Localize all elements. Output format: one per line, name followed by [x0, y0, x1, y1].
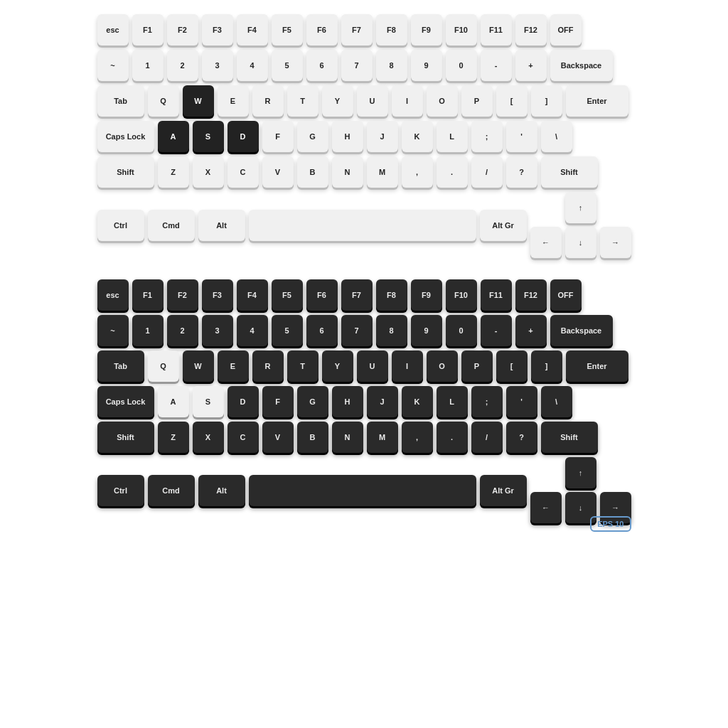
key-4[interactable]: 4	[237, 50, 268, 81]
bkey-o[interactable]: O	[427, 350, 458, 382]
key-6[interactable]: 6	[306, 50, 338, 81]
key-1[interactable]: 1	[132, 50, 164, 81]
bkey-lbracket[interactable]: [	[496, 350, 528, 382]
key-capslock[interactable]: Caps Lock	[97, 121, 154, 152]
bkey-a[interactable]: A	[158, 386, 189, 417]
key-alt[interactable]: Alt	[198, 210, 245, 241]
key-g[interactable]: G	[297, 121, 328, 152]
bkey-rbracket[interactable]: ]	[531, 350, 562, 382]
key-f9[interactable]: F9	[411, 14, 442, 46]
bkey-esc[interactable]: esc	[97, 279, 129, 311]
key-off[interactable]: OFF	[550, 14, 582, 46]
bkey-off[interactable]: OFF	[550, 279, 582, 311]
bkey-x[interactable]: X	[193, 422, 224, 453]
bkey-arrow-up[interactable]: ↑	[565, 457, 596, 488]
key-ctrl[interactable]: Ctrl	[97, 210, 144, 241]
key-backspace[interactable]: Backspace	[550, 50, 613, 81]
bkey-slash[interactable]: /	[471, 422, 503, 453]
key-l[interactable]: L	[437, 121, 468, 152]
bkey-q[interactable]: Q	[148, 350, 179, 382]
bkey-space[interactable]	[249, 475, 476, 506]
bkey-b[interactable]: B	[297, 422, 328, 453]
bkey-minus[interactable]: -	[481, 315, 512, 346]
bkey-t[interactable]: T	[287, 350, 318, 382]
key-t[interactable]: T	[287, 85, 318, 117]
bkey-n[interactable]: N	[332, 422, 363, 453]
bkey-capslock[interactable]: Caps Lock	[97, 386, 154, 417]
key-3[interactable]: 3	[202, 50, 233, 81]
key-a[interactable]: A	[158, 121, 189, 152]
bkey-z[interactable]: Z	[158, 422, 189, 453]
key-esc[interactable]: esc	[97, 14, 129, 46]
bkey-u[interactable]: U	[357, 350, 388, 382]
key-f10[interactable]: F10	[446, 14, 477, 46]
bkey-8[interactable]: 8	[376, 315, 407, 346]
key-m[interactable]: M	[367, 156, 398, 188]
key-h[interactable]: H	[332, 121, 363, 152]
bkey-0[interactable]: 0	[446, 315, 477, 346]
key-minus[interactable]: -	[481, 50, 512, 81]
bkey-r[interactable]: R	[252, 350, 284, 382]
key-f12[interactable]: F12	[515, 14, 547, 46]
key-n[interactable]: N	[332, 156, 363, 188]
key-cmd[interactable]: Cmd	[148, 210, 195, 241]
bkey-m[interactable]: M	[367, 422, 398, 453]
bkey-9[interactable]: 9	[411, 315, 442, 346]
key-comma[interactable]: ,	[402, 156, 433, 188]
key-f7[interactable]: F7	[341, 14, 373, 46]
bkey-2[interactable]: 2	[167, 315, 198, 346]
key-f2[interactable]: F2	[167, 14, 198, 46]
key-f[interactable]: F	[262, 121, 294, 152]
bkey-enter[interactable]: Enter	[566, 350, 628, 382]
key-y[interactable]: Y	[322, 85, 353, 117]
key-arrow-left[interactable]: ←	[530, 227, 562, 258]
key-question[interactable]: ?	[506, 156, 537, 188]
bkey-7[interactable]: 7	[341, 315, 373, 346]
bkey-backslash[interactable]: \	[541, 386, 572, 417]
bkey-f2[interactable]: F2	[167, 279, 198, 311]
bkey-1[interactable]: 1	[132, 315, 164, 346]
key-slash[interactable]: /	[471, 156, 503, 188]
bkey-f7[interactable]: F7	[341, 279, 373, 311]
bkey-shift-left[interactable]: Shift	[97, 422, 154, 453]
bkey-v[interactable]: V	[262, 422, 294, 453]
bkey-f3[interactable]: F3	[202, 279, 233, 311]
bkey-semicolon[interactable]: ;	[471, 386, 503, 417]
key-j[interactable]: J	[367, 121, 398, 152]
key-quote[interactable]: '	[506, 121, 537, 152]
key-c[interactable]: C	[228, 156, 259, 188]
bkey-h[interactable]: H	[332, 386, 363, 417]
key-b[interactable]: B	[297, 156, 328, 188]
key-9[interactable]: 9	[411, 50, 442, 81]
key-plus[interactable]: +	[515, 50, 547, 81]
bkey-question[interactable]: ?	[506, 422, 537, 453]
key-o[interactable]: O	[427, 85, 458, 117]
key-f1[interactable]: F1	[132, 14, 164, 46]
bkey-f5[interactable]: F5	[272, 279, 303, 311]
key-k[interactable]: K	[402, 121, 433, 152]
bkey-s[interactable]: S	[193, 386, 224, 417]
key-space[interactable]	[249, 210, 476, 241]
bkey-tab[interactable]: Tab	[97, 350, 144, 382]
key-arrow-up[interactable]: ↑	[565, 192, 596, 223]
bkey-quote[interactable]: '	[506, 386, 537, 417]
bkey-cmd[interactable]: Cmd	[148, 475, 195, 506]
bkey-3[interactable]: 3	[202, 315, 233, 346]
key-f5[interactable]: F5	[272, 14, 303, 46]
bkey-6[interactable]: 6	[306, 315, 338, 346]
bkey-k[interactable]: K	[402, 386, 433, 417]
bkey-5[interactable]: 5	[272, 315, 303, 346]
key-2[interactable]: 2	[167, 50, 198, 81]
bkey-alt[interactable]: Alt	[198, 475, 245, 506]
key-d[interactable]: D	[228, 121, 259, 152]
bkey-tilde[interactable]: ~	[97, 315, 129, 346]
key-p[interactable]: P	[461, 85, 493, 117]
key-0[interactable]: 0	[446, 50, 477, 81]
key-7[interactable]: 7	[341, 50, 373, 81]
key-s[interactable]: S	[193, 121, 224, 152]
key-e[interactable]: E	[218, 85, 249, 117]
key-tab[interactable]: Tab	[97, 85, 144, 117]
bkey-f1[interactable]: F1	[132, 279, 164, 311]
bkey-comma[interactable]: ,	[402, 422, 433, 453]
key-arrow-right[interactable]: →	[600, 227, 631, 258]
